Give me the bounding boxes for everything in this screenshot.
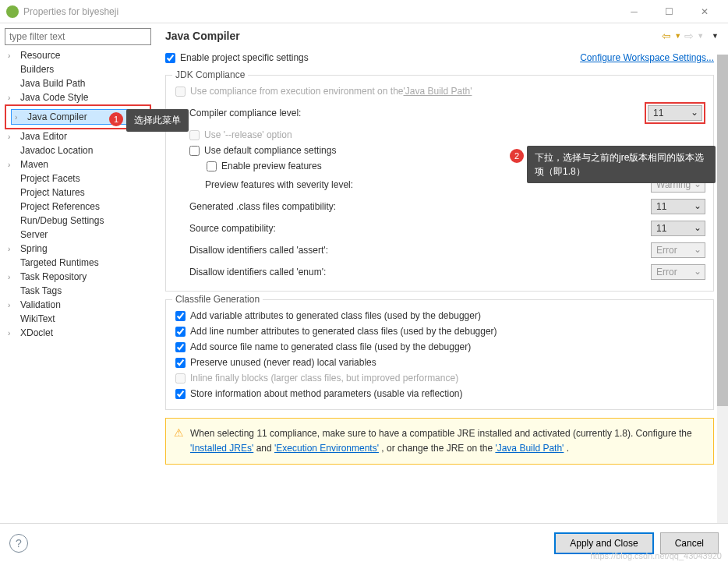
tree-item-javadoc-location[interactable]: Javadoc Location [5,143,151,157]
left-panel: ›Resource Builders Java Build Path ›Java… [0,23,156,523]
close-button[interactable]: ✕ [687,1,722,23]
configure-workspace-link[interactable]: Configure Workspace Settings... [580,52,714,63]
minimize-button[interactable]: ─ [617,1,652,23]
jdk-compliance-group: JDK Compliance Use compliance from execu… [165,75,714,292]
tree-item-java-compiler[interactable]: ›Java Compiler [11,109,145,125]
tree-item-project-references[interactable]: Project References [5,200,151,214]
tree-item-run-debug[interactable]: Run/Debug Settings [5,214,151,228]
tree-item-java-build-path[interactable]: Java Build Path [5,76,151,90]
tree-item-resource[interactable]: ›Resource [5,48,151,62]
eclipse-icon [6,5,19,18]
warning-box: ⚠ When selecting 11 compliance, make sur… [165,418,714,465]
disallow-assert-label: Disallow identifiers called 'assert': [189,245,651,256]
add-source-checkbox[interactable]: Add source file name to generated class … [175,339,705,355]
nav-forward-dropdown[interactable]: ▼ [697,32,704,40]
annotation-callout-1: 1 选择此菜单 [126,109,189,132]
nav-menu-icon[interactable]: ▼ [712,32,719,40]
tree-item-xdoclet[interactable]: ›XDoclet [5,326,151,340]
tree-item-maven[interactable]: ›Maven [5,157,151,171]
disallow-enum-combo[interactable]: Error [651,264,705,280]
tree-item-spring[interactable]: ›Spring [5,242,151,256]
help-button[interactable]: ? [9,534,28,553]
window-title: Properties for biyesheji [23,6,617,17]
tree-item-server[interactable]: Server [5,228,151,242]
watermark: https://blog.csdn.net/qq_43043920 [590,551,722,560]
warning-icon: ⚠ [174,426,184,456]
source-compat-combo[interactable]: 11 [651,221,705,236]
java-build-path-link[interactable]: 'Java Build Path' [495,443,564,454]
group-title: JDK Compliance [172,69,248,80]
disallow-assert-combo[interactable]: Error [651,242,705,258]
execution-env-link[interactable]: 'Execution Environments' [274,443,379,454]
tree-item-project-facets[interactable]: Project Facets [5,171,151,186]
nav-back-dropdown[interactable]: ▼ [674,32,681,40]
use-release-checkbox[interactable]: Use '--release' option [175,127,705,143]
tree-item-task-tags[interactable]: Task Tags [5,284,151,298]
preserve-checkbox[interactable]: Preserve unused (never read) local varia… [175,355,705,370]
scrollbar-thumb[interactable] [717,55,728,406]
generated-class-combo[interactable]: 11 [651,199,705,214]
tree-item-task-repository[interactable]: ›Task Repository [5,270,151,284]
add-line-checkbox[interactable]: Add line number attributes to generated … [175,323,705,339]
annotation-highlight-2: 11 [645,102,705,124]
tree-item-validation[interactable]: ›Validation [5,298,151,312]
tree-item-wikitext[interactable]: WikiText [5,312,151,326]
enable-project-settings[interactable]: Enable project specific settings [165,50,309,65]
installed-jres-link[interactable]: 'Installed JREs' [190,443,253,454]
nav-back-icon[interactable]: ⇦ [662,30,671,42]
classfile-generation-group: Classfile Generation Add variable attrib… [165,299,714,410]
filter-input[interactable] [5,28,151,45]
tree-item-java-code-style[interactable]: ›Java Code Style [5,90,151,104]
tree-item-builders[interactable]: Builders [5,62,151,76]
inline-checkbox[interactable]: Inline finally blocks (larger class file… [175,370,705,386]
tree-item-targeted-runtimes[interactable]: Targeted Runtimes [5,256,151,270]
source-compat-label: Source compatibility: [189,223,651,234]
titlebar: Properties for biyesheji ─ ☐ ✕ [0,0,728,23]
page-title: Java Compiler [165,30,240,42]
scrollbar[interactable] [717,55,728,523]
store-info-checkbox[interactable]: Store information about method parameter… [175,386,705,401]
compliance-level-combo[interactable]: 11 [648,105,702,121]
group-title: Classfile Generation [172,294,263,305]
generated-class-label: Generated .class files compatibility: [189,201,651,212]
disallow-enum-label: Disallow identifiers called 'enum': [189,267,651,277]
nav-forward-icon[interactable]: ⇨ [684,30,694,42]
compliance-level-label: Compiler compliance level: [189,108,645,118]
tree-item-project-natures[interactable]: Project Natures [5,186,151,200]
annotation-callout-2: 2 下拉，选择与之前的jre版本相同的版本选项（即1.8） [527,146,716,183]
use-exec-env-checkbox[interactable]: Use compliance from execution environmen… [175,83,705,99]
add-var-checkbox[interactable]: Add variable attributes to generated cla… [175,308,705,323]
maximize-button[interactable]: ☐ [652,1,687,23]
